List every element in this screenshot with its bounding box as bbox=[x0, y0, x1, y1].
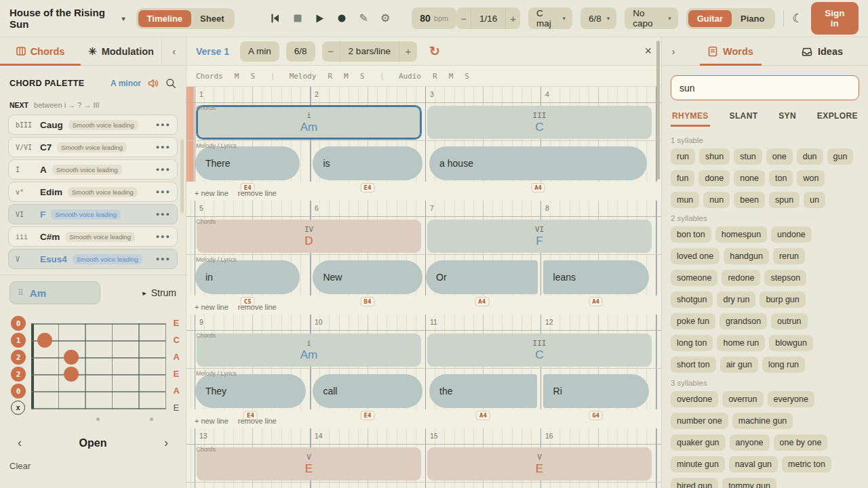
dark-mode-button[interactable]: ☾ bbox=[792, 12, 802, 26]
track-m-button[interactable]: M bbox=[344, 72, 349, 81]
chord-block[interactable]: IIIC bbox=[427, 106, 652, 139]
voicing-label[interactable]: Open bbox=[79, 437, 107, 449]
meter-dropdown[interactable]: 6/8 ▾ bbox=[580, 7, 616, 29]
lyric-note[interactable]: New bbox=[313, 260, 422, 294]
tab-ideas[interactable]: Ideas bbox=[776, 37, 868, 65]
finger-badge[interactable]: 0 bbox=[11, 316, 26, 331]
new-line-button[interactable]: + new line bbox=[195, 189, 229, 197]
tab-chords[interactable]: Chords bbox=[0, 37, 81, 65]
word-chip[interactable]: machine gun bbox=[732, 413, 793, 429]
chord-options-menu[interactable]: ●●● bbox=[156, 256, 171, 262]
track-r-button[interactable]: R bbox=[433, 72, 437, 81]
chord-options-menu[interactable]: ●●● bbox=[156, 211, 171, 218]
chord-options-menu[interactable]: ●●● bbox=[156, 121, 171, 128]
tab-words[interactable]: Words bbox=[685, 37, 776, 65]
word-chip[interactable]: home run bbox=[717, 335, 765, 351]
track-r-button[interactable]: R bbox=[328, 72, 332, 81]
chord-block[interactable]: IVD bbox=[197, 220, 421, 253]
lyric-note[interactable]: the bbox=[429, 374, 537, 408]
sign-in-button[interactable]: Sign in bbox=[811, 2, 859, 35]
remove-line-button[interactable]: remove line bbox=[238, 189, 277, 197]
lyric-note[interactable]: leans bbox=[543, 260, 649, 294]
chord-options-menu[interactable]: ●●● bbox=[156, 233, 171, 240]
word-chip[interactable]: dun bbox=[797, 148, 823, 165]
skip-to-start-button[interactable] bbox=[270, 13, 281, 24]
word-chip[interactable]: one bbox=[766, 148, 793, 165]
track-s-button[interactable]: S bbox=[465, 72, 469, 81]
chord-palette-item[interactable]: VEsus4Smooth voice leading●●● bbox=[8, 249, 178, 269]
word-chip[interactable]: overdone bbox=[671, 391, 718, 407]
palette-key-link[interactable]: A minor bbox=[111, 79, 141, 88]
sheet-view-button[interactable]: Sheet bbox=[191, 10, 233, 27]
word-tab-slant[interactable]: SLANT bbox=[729, 111, 757, 127]
word-chip[interactable]: fun bbox=[671, 170, 694, 186]
chord-palette-item[interactable]: V/VIC7Smooth voice leading●●● bbox=[8, 137, 178, 157]
word-chip[interactable]: loved one bbox=[671, 248, 719, 264]
word-tab-rhymes[interactable]: RHYMES bbox=[672, 111, 709, 127]
word-chip[interactable]: overrun bbox=[722, 391, 763, 407]
search-chords-button[interactable] bbox=[165, 78, 176, 89]
word-chip[interactable]: spun bbox=[769, 192, 800, 208]
edit-automation-button[interactable]: ✎ bbox=[359, 13, 368, 24]
word-chip[interactable]: won bbox=[797, 170, 825, 186]
key-dropdown[interactable]: C maj ▾ bbox=[528, 7, 572, 29]
word-chip[interactable]: long run bbox=[762, 357, 805, 373]
snap-increase-button[interactable]: + bbox=[505, 7, 520, 29]
word-chip[interactable]: rerun bbox=[773, 248, 805, 264]
close-section-button[interactable]: × bbox=[644, 44, 652, 58]
word-chip[interactable]: hired gun bbox=[671, 478, 718, 488]
track-s-button[interactable]: S bbox=[250, 72, 255, 81]
word-chip[interactable]: anyone bbox=[730, 434, 770, 451]
finger-dot[interactable] bbox=[37, 333, 52, 348]
chord-options-menu[interactable]: ●●● bbox=[156, 188, 171, 195]
lyric-note[interactable]: in bbox=[195, 260, 300, 294]
word-chip[interactable]: quaker gun bbox=[671, 434, 726, 451]
word-chip[interactable]: everyone bbox=[768, 391, 814, 407]
word-search-input[interactable] bbox=[671, 75, 859, 100]
lyric-note[interactable]: There bbox=[195, 146, 300, 180]
word-chip[interactable]: none bbox=[734, 170, 765, 186]
lyric-note[interactable]: a house bbox=[429, 146, 647, 180]
timeline-view-button[interactable]: Timeline bbox=[138, 10, 192, 27]
chord-palette-item[interactable]: VIFSmooth voice leading●●● bbox=[8, 204, 178, 224]
section-key-button[interactable]: A min bbox=[240, 41, 279, 62]
play-button[interactable] bbox=[315, 14, 325, 24]
word-chip[interactable]: dry run bbox=[717, 291, 755, 308]
timeline-scrollbar[interactable] bbox=[656, 41, 660, 180]
bars-increase-button[interactable]: + bbox=[399, 41, 417, 62]
loop-icon[interactable]: ↻ bbox=[429, 43, 440, 59]
finger-badge[interactable]: 2 bbox=[11, 367, 26, 382]
word-tab-explore[interactable]: EXPLORE bbox=[817, 111, 858, 127]
remove-line-button[interactable]: remove line bbox=[238, 303, 277, 311]
finger-dot[interactable] bbox=[64, 367, 79, 382]
current-chord-pill[interactable]: ⠿ Am bbox=[9, 281, 100, 304]
finger-dot[interactable] bbox=[64, 350, 79, 365]
chord-block[interactable]: iAm bbox=[197, 106, 421, 139]
word-chip[interactable]: redone bbox=[722, 270, 760, 286]
word-chip[interactable]: shotgun bbox=[671, 291, 713, 308]
word-chip[interactable]: tommy gun bbox=[722, 478, 776, 488]
record-button[interactable] bbox=[337, 14, 347, 23]
collapse-left-panel-button[interactable]: ‹ bbox=[161, 37, 186, 65]
stop-button[interactable] bbox=[293, 14, 302, 23]
piano-button[interactable]: Piano bbox=[732, 10, 773, 27]
word-chip[interactable]: naval gun bbox=[729, 456, 778, 472]
word-chip[interactable]: stun bbox=[734, 148, 762, 165]
word-chip[interactable]: run bbox=[671, 148, 695, 165]
strum-toggle[interactable]: ▸ Strum bbox=[142, 287, 176, 298]
word-chip[interactable]: outrun bbox=[771, 313, 807, 329]
word-chip[interactable]: handgun bbox=[724, 248, 769, 264]
word-chip[interactable]: burp gun bbox=[760, 291, 805, 308]
prev-voicing-button[interactable]: ‹ bbox=[18, 436, 22, 450]
word-chip[interactable]: long ton bbox=[671, 335, 713, 351]
word-chip[interactable]: stepson bbox=[764, 270, 806, 286]
word-chip[interactable]: done bbox=[698, 170, 730, 186]
word-chip[interactable]: air gun bbox=[720, 357, 758, 373]
finger-badge[interactable]: 1 bbox=[11, 333, 26, 348]
guitar-button[interactable]: Guitar bbox=[688, 10, 732, 27]
bars-decrease-button[interactable]: − bbox=[322, 41, 340, 62]
chord-block[interactable]: IIIC bbox=[427, 333, 652, 367]
lyric-note[interactable]: Ri bbox=[543, 374, 649, 408]
chord-block[interactable]: VIF bbox=[427, 220, 652, 253]
bpm-display[interactable]: 80 bpm bbox=[412, 7, 456, 29]
